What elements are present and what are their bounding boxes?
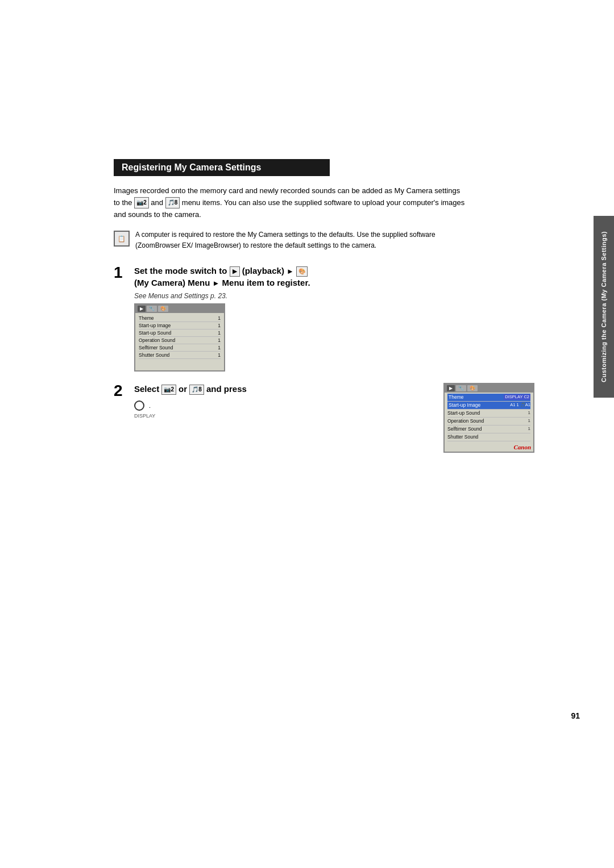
see-reference-1: See Menus and Settings p. 23. — [134, 292, 534, 300]
screen2-tab-3: 🎨 — [467, 385, 478, 391]
menu-value-op-snd: 1 — [218, 337, 221, 343]
menu-value-theme: 1 — [218, 315, 221, 321]
screen-1-body: Theme 1 Start-up Image 1 Start-up Sound … — [135, 313, 224, 361]
screen2-value-op-snd: 1 — [528, 418, 530, 424]
screen-2-header: ▶ 🔧 🎨 — [445, 384, 533, 393]
step-2: 2 Select 📷2 or 🎵8 and press . — [114, 383, 534, 453]
arrow-2: ► — [213, 278, 220, 289]
main-content: Registering My Camera Settings Images re… — [114, 159, 580, 464]
step-2-button-row: . — [134, 400, 435, 411]
step-2-title: Select 📷2 or 🎵8 and press — [134, 383, 435, 395]
icon-my-camera-2: 🎵8 — [165, 197, 180, 208]
screen2-self-snd: Selftimer Sound 1 — [447, 425, 530, 433]
side-tab: Customizing the Camera (My Camera Settin… — [594, 216, 614, 398]
screen2-value-theme: DISPLAY C2 — [504, 394, 530, 400]
camera-screen-1: ▶ 🔧 🎨 Theme 1 Start-up Image 1 — [134, 303, 225, 372]
display-label: DISPLAY — [134, 413, 435, 419]
canon-logo: Canon — [445, 443, 533, 452]
menu-label-shutter-snd: Shutter Sound — [139, 352, 169, 358]
section-heading: Registering My Camera Settings — [114, 159, 330, 176]
step-1: 1 Set the mode switch to ▶ (playback) ► … — [114, 265, 534, 372]
side-tab-text: Customizing the Camera (My Camera Settin… — [600, 231, 607, 382]
step-1-number: 1 — [114, 265, 126, 281]
note-icon: 📋 — [114, 231, 130, 247]
step-2-content: Select 📷2 or 🎵8 and press . DISPLAY — [134, 383, 534, 453]
icon-step2-1: 📷2 — [161, 385, 176, 395]
menu-item-theme: Theme 1 — [139, 315, 221, 322]
step-1-title: Set the mode switch to ▶ (playback) ► 🎨 … — [134, 265, 534, 289]
step-2-inner: Select 📷2 or 🎵8 and press . DISPLAY — [134, 383, 534, 453]
menu-value-startup-snd: 1 — [218, 330, 221, 336]
screen2-value-startup-img: A1 1 🎵A1 — [510, 402, 530, 408]
screen-2-body: Theme DISPLAY C2 Start-up Image A1 1 🎵A1… — [445, 393, 533, 443]
screen2-tab-1: ▶ — [447, 385, 455, 391]
screen2-op-snd: Operation Sound 1 — [447, 418, 530, 425]
menu-label-op-snd: Operation Sound — [139, 337, 175, 343]
menu-item-self-snd: Selftimer Sound 1 — [139, 344, 221, 352]
screen2-label-theme: Theme — [449, 394, 463, 400]
step-2-number: 2 — [114, 383, 126, 399]
menu-label-self-snd: Selftimer Sound — [139, 345, 173, 350]
step-1-content: Set the mode switch to ▶ (playback) ► 🎨 … — [134, 265, 534, 372]
camera-screen-2: ▶ 🔧 🎨 Theme DISPLAY C2 Start-up Image — [443, 383, 534, 453]
note-box: 📋 A computer is required to restore the … — [114, 229, 466, 251]
circle-button-icon — [134, 400, 144, 411]
screen2-value-startup-snd: 1 — [528, 410, 530, 416]
step-2-or: or — [179, 384, 187, 394]
screen2-label-op-snd: Operation Sound — [447, 418, 484, 424]
screen-tab-3: 🎨 — [158, 306, 168, 312]
arrow-1: ► — [287, 266, 294, 277]
screen2-startup-snd: Start-up Sound 1 — [447, 410, 530, 418]
screen-tab-1: ▶ — [138, 306, 146, 312]
screen2-shutter-snd: Shutter Sound — [447, 433, 530, 441]
screen2-startup-img: Start-up Image A1 1 🎵A1 — [447, 402, 530, 410]
screen2-value-self-snd: 1 — [528, 426, 530, 432]
menu-item-op-snd: Operation Sound 1 — [139, 337, 221, 344]
page-number: 91 — [571, 711, 580, 720]
note-text: A computer is required to restore the My… — [135, 229, 466, 251]
menu-label-theme: Theme — [139, 315, 154, 321]
screen2-label-self-snd: Selftimer Sound — [447, 426, 482, 432]
menu-label-startup-img: Start-up Image — [139, 323, 171, 328]
page-container: Customizing the Camera (My Camera Settin… — [0, 0, 614, 868]
screen2-theme: Theme DISPLAY C2 — [447, 394, 530, 402]
menu-value-shutter-snd: 1 — [218, 352, 221, 358]
menu-value-self-snd: 1 — [218, 345, 221, 350]
screen2-label-shutter-snd: Shutter Sound — [447, 434, 478, 440]
menu-value-startup-img: 1 — [218, 323, 221, 328]
screen2-label-startup-snd: Start-up Sound — [447, 410, 480, 416]
screen2-label-startup-img: Start-up Image — [449, 402, 480, 408]
screen-1-header: ▶ 🔧 🎨 — [135, 304, 224, 313]
playback-icon: ▶ — [230, 266, 240, 277]
icon-step2-2: 🎵8 — [189, 385, 204, 395]
intro-paragraph: Images recorded onto the memory card and… — [114, 185, 466, 220]
screen2-tab-2: 🔧 — [456, 385, 466, 391]
screen-tab-2: 🔧 — [147, 306, 157, 312]
menu-item-startup-snd: Start-up Sound 1 — [139, 329, 221, 337]
icon-my-camera-1: 📷2 — [134, 197, 149, 208]
note-icon-symbol: 📋 — [118, 235, 126, 243]
menu-item-startup-img: Start-up Image 1 — [139, 322, 221, 329]
period: . — [149, 402, 151, 409]
menu-label-startup-snd: Start-up Sound — [139, 330, 171, 336]
menu-item-shutter-snd: Shutter Sound 1 — [139, 352, 221, 359]
step-2-text: Select 📷2 or 🎵8 and press . DISPLAY — [134, 383, 435, 419]
my-camera-icon: 🎨 — [296, 266, 308, 277]
